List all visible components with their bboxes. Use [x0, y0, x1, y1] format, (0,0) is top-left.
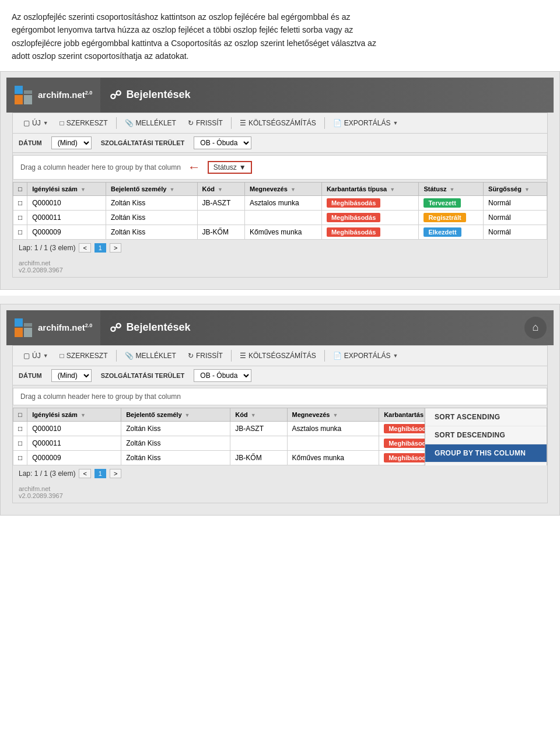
filter-row-2: DÁTUM (Mind) SZOLGÁLTATÁSI TERÜLET OB - … [13, 366, 547, 385]
app-logo-1: archifm.net2.0 [6, 78, 100, 113]
row-checkbox[interactable]: □ [13, 210, 27, 225]
row-status: Regisztrált [419, 210, 484, 225]
th-id-1[interactable]: Igénylési szám ▼ [27, 182, 106, 195]
footer-line2-2: v2.0.2089.3967 [19, 492, 541, 499]
new-button-1[interactable]: ▢ ÚJ ▼ [19, 117, 53, 129]
datum-select-1[interactable]: (Mind) [51, 136, 92, 149]
toolbar-1: ▢ ÚJ ▼ □ SZERKESZT 📎 MELLÉKLET ↻ FRISSÍT… [13, 113, 547, 134]
attachment-button-1[interactable]: 📎 MELLÉKLET [120, 117, 181, 129]
attachment-icon-1: 📎 [125, 119, 134, 127]
row-id: Q000011 [27, 210, 106, 225]
new-button-2[interactable]: ▢ ÚJ ▼ [19, 349, 53, 362]
row-id: Q000009 [27, 225, 106, 239]
export-button-2[interactable]: 📄 EXPORTÁLÁS ▼ [328, 349, 403, 362]
pagination-2: Lap: 1 / 1 (3 elem) < 1 > [13, 465, 547, 482]
th-checkbox-1: □ [13, 182, 27, 195]
refresh-button-2[interactable]: ↻ FRISSÍT [183, 349, 228, 362]
intro-text: Az oszlopfejléc szerinti csoportosításho… [12, 12, 351, 22]
row-code: JB-KŐM [230, 450, 287, 465]
app-title-2: Bejelentések [126, 321, 190, 334]
th-person-2[interactable]: Bejelentő személy ▼ [121, 408, 230, 421]
app-logo-2: archifm.net2.0 [6, 310, 100, 345]
row-name [287, 436, 379, 450]
row-code: JB-KŐM [197, 225, 244, 239]
intro-text-2: egérgombot lenyomva tartva húzza az oszl… [12, 25, 353, 34]
export-button-1[interactable]: 📄 EXPORTÁLÁS ▼ [328, 117, 403, 129]
attachment-button-2[interactable]: 📎 MELLÉKLET [120, 349, 181, 362]
row-urgency: Normál [484, 210, 547, 225]
datum-label-1: DÁTUM [19, 139, 42, 146]
svg-rect-1 [15, 86, 23, 94]
row-checkbox[interactable]: □ [13, 225, 27, 239]
file-icon-2: ▢ [23, 352, 30, 360]
table-row[interactable]: □ Q000009 Zoltán Kiss JB-KŐM Kőműves mun… [13, 225, 547, 239]
row-checkbox[interactable]: □ [13, 450, 27, 465]
service-select-2[interactable]: OB - Óbuda [194, 369, 251, 382]
filter-row-1: DÁTUM (Mind) SZOLGÁLTATÁSI TERÜLET OB - … [13, 134, 547, 153]
svg-rect-7 [24, 323, 32, 327]
export-dropdown-arrow-2[interactable]: ▼ [393, 353, 398, 359]
toolbar-sep-3 [324, 117, 325, 129]
app-header-title-1: ☍ Bejelentések [100, 88, 200, 102]
drag-arrow-1: ← [188, 160, 201, 175]
export-icon-2: 📄 [333, 352, 342, 360]
toolbar-sep-2 [231, 117, 232, 129]
th-type-1[interactable]: Karbantartás típusa ▼ [321, 182, 419, 195]
table-row[interactable]: □ Q000010 Zoltán Kiss JB-ASZT Asztalos m… [13, 195, 547, 210]
row-person: Zoltán Kiss [106, 195, 197, 210]
row-status: Elkezdett [419, 225, 484, 239]
context-menu-item[interactable]: GROUP PANEL [425, 462, 547, 465]
row-status: Tervezett [419, 195, 484, 210]
badge-text-1: Státusz [214, 163, 237, 171]
intro-section: Az oszlopfejléc szerinti csoportosításho… [0, 0, 560, 71]
row-id: Q000010 [27, 421, 121, 436]
context-menu-item[interactable]: SORT ASCENDING [425, 408, 547, 426]
export-dropdown-arrow-1[interactable]: ▼ [393, 120, 398, 126]
row-id: Q000009 [27, 450, 121, 465]
new-dropdown-arrow-2[interactable]: ▼ [43, 353, 48, 359]
prev-page-btn-2[interactable]: < [79, 469, 90, 478]
next-page-btn-1[interactable]: > [110, 243, 121, 253]
logo-text-2: archifm.net2.0 [38, 323, 92, 332]
cost-icon-1: ☰ [240, 119, 246, 127]
service-select-1[interactable]: OB - Óbuda [194, 136, 251, 149]
app-footer-2: archifm.net v2.0.2089.3967 [13, 482, 547, 503]
th-name-2[interactable]: Megnevezés ▼ [287, 408, 379, 421]
th-id-2[interactable]: Igénylési szám ▼ [27, 408, 121, 421]
refresh-icon-1: ↻ [188, 119, 194, 127]
row-checkbox[interactable]: □ [13, 421, 27, 436]
row-code [230, 436, 287, 450]
home-button[interactable]: ⌂ [524, 317, 547, 339]
next-page-btn-2[interactable]: > [110, 469, 121, 478]
service-label-1: SZOLGÁLTATÁSI TERÜLET [101, 139, 185, 146]
cost-button-2[interactable]: ☰ KÖLTSÉGSZÁMÍTÁS [235, 349, 321, 362]
refresh-button-1[interactable]: ↻ FRISSÍT [183, 117, 228, 129]
svg-rect-3 [24, 90, 32, 94]
table-row[interactable]: □ Q000011 Zoltán Kiss Meghibásodás Regis… [13, 210, 547, 225]
context-menu-item[interactable]: SORT DESCENDING [425, 426, 547, 444]
svg-rect-6 [24, 328, 32, 337]
row-checkbox[interactable]: □ [13, 195, 27, 210]
section-divider [0, 296, 560, 304]
edit-button-1[interactable]: □ SZERKESZT [55, 117, 113, 129]
row-code [197, 210, 244, 225]
row-checkbox[interactable]: □ [13, 436, 27, 450]
th-checkbox-2: □ [13, 408, 27, 421]
th-code-2[interactable]: Kód ▼ [230, 408, 287, 421]
new-dropdown-arrow-1[interactable]: ▼ [43, 120, 48, 126]
cost-button-1[interactable]: ☰ KÖLTSÉGSZÁMÍTÁS [235, 117, 321, 129]
th-code-1[interactable]: Kód ▼ [197, 182, 244, 195]
reports-icon-1: ☍ [110, 88, 121, 102]
context-menu-item[interactable]: GROUP BY THIS COLUMN [425, 444, 547, 462]
drag-area-2: Drag a column header here to group by th… [13, 388, 547, 405]
th-status-1[interactable]: Státusz ▼ [419, 182, 484, 195]
datum-select-2[interactable]: (Mind) [51, 369, 92, 382]
th-name-1[interactable]: Megnevezés ▼ [245, 182, 322, 195]
row-name [245, 210, 322, 225]
pagination-label-2: Lap: 1 / 1 (3 elem) [19, 469, 75, 478]
edit-button-2[interactable]: □ SZERKESZT [55, 349, 113, 362]
main-section-1: ▢ ÚJ ▼ □ SZERKESZT 📎 MELLÉKLET ↻ FRISSÍT… [12, 113, 548, 278]
th-urgency-1[interactable]: Sürgősség ▼ [484, 182, 547, 195]
th-person-1[interactable]: Bejelentő személy ▼ [106, 182, 197, 195]
prev-page-btn-1[interactable]: < [79, 243, 90, 253]
